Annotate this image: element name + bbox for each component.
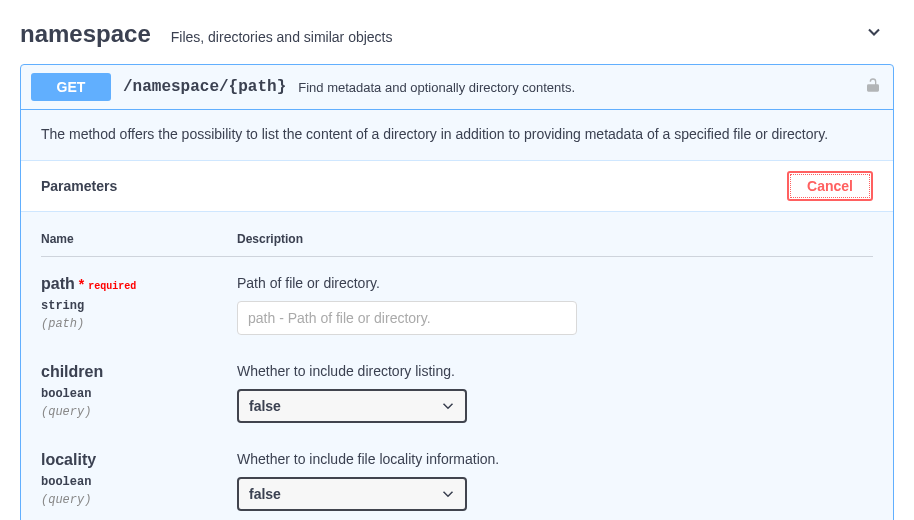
param-type: boolean xyxy=(41,387,237,401)
section-title: namespace xyxy=(20,20,151,48)
operation-summary-text: Find metadata and optionally directory c… xyxy=(298,80,575,95)
param-name: locality xyxy=(41,451,96,469)
param-description: Whether to include directory listing. xyxy=(237,363,873,379)
method-badge: GET xyxy=(31,73,111,101)
param-in: (query) xyxy=(41,493,237,507)
param-in: (path) xyxy=(41,317,237,331)
column-header-description: Description xyxy=(237,232,303,246)
param-in: (query) xyxy=(41,405,237,419)
path-input[interactable] xyxy=(237,301,577,335)
cancel-button[interactable]: Cancel xyxy=(787,171,873,201)
param-name: children xyxy=(41,363,103,381)
children-select[interactable]: false xyxy=(237,389,467,423)
unlock-icon[interactable] xyxy=(865,76,881,98)
param-type: string xyxy=(41,299,237,313)
required-star: * xyxy=(79,276,84,292)
param-name: path xyxy=(41,275,75,293)
param-type: boolean xyxy=(41,475,237,489)
param-row-children: children boolean (query) Whether to incl… xyxy=(41,363,873,423)
operation-description: The method offers the possibility to lis… xyxy=(21,110,893,160)
section-description: Files, directories and similar objects xyxy=(171,29,393,45)
param-description: Path of file or directory. xyxy=(237,275,873,291)
parameters-header: Parameters Cancel xyxy=(21,160,893,212)
chevron-down-icon[interactable] xyxy=(864,22,884,46)
param-row-locality: locality boolean (query) Whether to incl… xyxy=(41,451,873,511)
column-header-name: Name xyxy=(41,232,237,246)
required-label: required xyxy=(88,281,136,292)
operation-summary[interactable]: GET /namespace/{path} Find metadata and … xyxy=(21,65,893,109)
locality-select[interactable]: false xyxy=(237,477,467,511)
operation-block: GET /namespace/{path} Find metadata and … xyxy=(20,64,894,520)
section-header[interactable]: namespace Files, directories and similar… xyxy=(20,10,894,58)
operation-path: /namespace/{path} xyxy=(123,78,286,96)
parameters-table: Name Description path * required string … xyxy=(21,212,893,511)
parameters-title: Parameters xyxy=(41,178,117,194)
param-row-path: path * required string (path) Path of fi… xyxy=(41,275,873,335)
param-description: Whether to include file locality informa… xyxy=(237,451,873,467)
